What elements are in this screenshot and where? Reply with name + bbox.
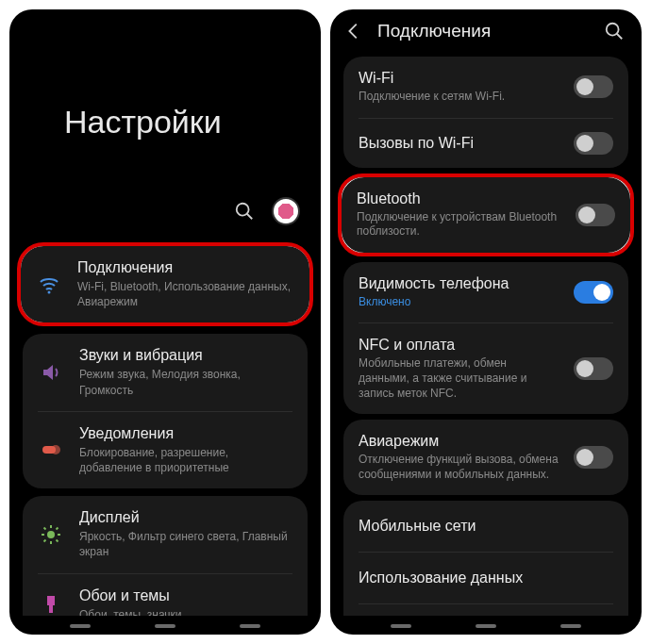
svg-line-10 [44, 527, 46, 529]
settings-item[interactable]: ДисплейЯркость, Фильтр синего света, Гла… [23, 496, 308, 572]
toggle-switch[interactable] [574, 75, 613, 98]
item-subtitle: Обои, темы, значки [79, 607, 292, 617]
search-icon[interactable] [234, 201, 255, 222]
search-icon[interactable] [604, 21, 625, 41]
connection-item[interactable]: NFC и оплатаМобильные платежи, обмен дан… [343, 323, 628, 414]
settings-item-connections[interactable]: ПодключенияWi-Fi, Bluetooth, Использован… [21, 246, 309, 322]
item-subtitle: Блокирование, разрешение, добавление в п… [79, 445, 292, 475]
toggle-switch[interactable] [574, 446, 613, 469]
svg-line-13 [57, 527, 58, 529]
svg-rect-15 [49, 605, 53, 613]
svg-point-16 [607, 24, 619, 36]
nav-bar [9, 616, 321, 635]
connection-item[interactable]: Использование данных [343, 553, 628, 603]
item-subtitle: Отключение функций вызова, обмена сообще… [359, 453, 560, 482]
connection-item[interactable]: Wi-FiПодключение к сетям Wi-Fi. [343, 57, 628, 118]
item-title: Вызовы по Wi-Fi [359, 135, 560, 152]
settings-item[interactable]: Звуки и вибрацияРежим звука, Мелодия зво… [23, 334, 308, 410]
item-title: Обои и темы [79, 587, 292, 604]
settings-item[interactable]: Обои и темыОбои, темы, значки [23, 574, 308, 617]
toggle-switch[interactable] [576, 204, 615, 226]
nav-bar [330, 616, 642, 635]
item-subtitle: Включено [359, 295, 560, 310]
svg-point-0 [237, 204, 249, 216]
connection-item[interactable]: Вызовы по Wi-Fi [343, 119, 628, 168]
page-title: Настройки [9, 9, 321, 140]
item-title: Подключения [77, 259, 294, 276]
item-title: Звуки и вибрация [79, 347, 292, 364]
display-icon [38, 523, 64, 546]
item-title: Wi-Fi [359, 70, 560, 87]
settings-item[interactable]: УведомленияБлокирование, разрешение, доб… [23, 412, 308, 488]
toggle-switch[interactable] [574, 281, 613, 304]
screen-title: Подключения [377, 21, 591, 41]
svg-line-17 [617, 34, 623, 40]
item-title: NFC и оплата [359, 337, 560, 354]
connection-item[interactable]: АвиарежимОтключение функций вызова, обме… [343, 420, 628, 495]
notif-icon [38, 438, 64, 461]
connection-item[interactable]: Диспетчер SIM-карт [343, 604, 628, 616]
settings-screen: Настройки ПодключенияWi-Fi, Bluetooth, И… [9, 9, 321, 635]
item-subtitle: Подключение к сетям Wi-Fi. [359, 90, 560, 105]
item-title: Уведомления [79, 425, 292, 442]
sound-icon [38, 361, 64, 384]
item-subtitle: Wi-Fi, Bluetooth, Использование данных, … [77, 279, 294, 309]
svg-point-5 [47, 531, 55, 538]
profile-avatar[interactable] [272, 197, 300, 225]
svg-line-1 [247, 214, 253, 220]
connection-item[interactable]: Видимость телефонаВключено [343, 262, 628, 323]
svg-line-12 [44, 539, 46, 541]
item-title: Bluetooth [357, 190, 562, 207]
connection-item[interactable]: Мобильные сети [343, 501, 628, 552]
toggle-switch[interactable] [574, 357, 613, 380]
item-subtitle: Режим звука, Мелодия звонка, Громкость [79, 367, 292, 397]
svg-point-2 [48, 290, 51, 293]
svg-line-11 [57, 539, 58, 541]
item-subtitle: Мобильные платежи, обмен данными, а такж… [359, 356, 560, 401]
item-title: Дисплей [79, 509, 292, 526]
item-title: Видимость телефона [359, 275, 560, 292]
connection-item[interactable]: BluetoothПодключение к устройствам Bluet… [342, 177, 630, 253]
brush-icon [38, 593, 64, 616]
item-subtitle: Яркость, Фильтр синего света, Главный эк… [79, 529, 292, 559]
item-title: Авиарежим [359, 433, 560, 450]
svg-point-4 [51, 445, 60, 454]
svg-rect-14 [47, 596, 55, 605]
item-subtitle: Подключение к устройствам Bluetooth побл… [357, 210, 562, 239]
toggle-switch[interactable] [574, 132, 613, 155]
connections-screen: Подключения Wi-FiПодключение к сетям Wi-… [330, 9, 642, 635]
wifi-icon [36, 273, 62, 296]
back-icon[interactable] [343, 21, 364, 41]
